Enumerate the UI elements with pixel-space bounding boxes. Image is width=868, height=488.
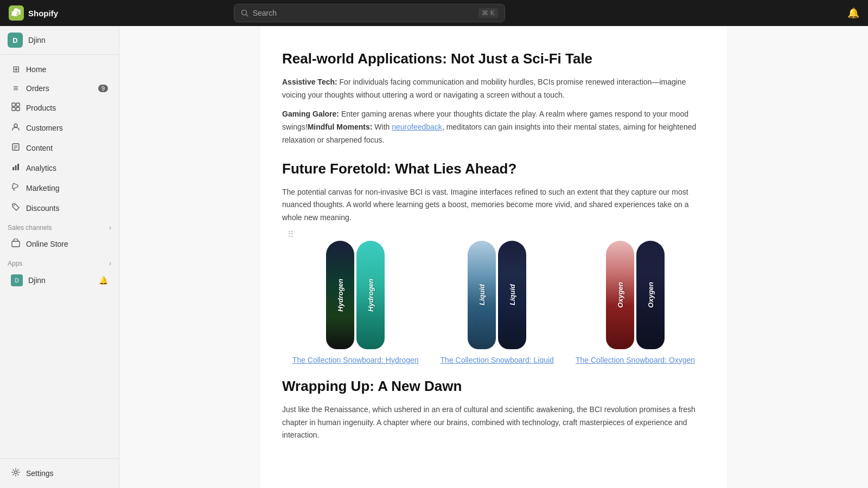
- oxygen-product-link[interactable]: The Collection Snowboard: Oxygen: [576, 356, 695, 364]
- hydrogen-label-left: Hydrogen: [336, 279, 344, 312]
- svg-rect-13: [15, 165, 17, 170]
- settings-icon: [11, 468, 21, 479]
- gaming-galore-label: Gaming Galore:: [282, 110, 339, 118]
- section2-heading: Future Foretold: What Lies Ahead?: [282, 160, 705, 178]
- sidebar-item-settings[interactable]: Settings: [3, 464, 116, 483]
- sidebar-item-label: Content: [26, 144, 53, 152]
- customers-icon: [11, 123, 21, 133]
- search-shortcut: ⌘ K: [478, 8, 497, 18]
- sidebar-item-orders[interactable]: ≡ Orders 9: [3, 79, 116, 98]
- content-area: ⠿ Real-world Applications: Not Just a Sc…: [119, 26, 868, 488]
- svg-rect-6: [16, 107, 20, 111]
- article-content: ⠿ Real-world Applications: Not Just a Sc…: [260, 26, 727, 488]
- liquid-product-link[interactable]: The Collection Snowboard: Liquid: [441, 356, 554, 364]
- hydrogen-board-right: Hydrogen: [356, 241, 385, 349]
- sidebar-item-djinn[interactable]: D Djinn 🔔: [3, 270, 116, 291]
- hydrogen-label-right: Hydrogen: [367, 279, 375, 312]
- oxygen-label-left: Oxygen: [616, 282, 624, 308]
- topbar: Shopify Search ⌘ K 🔔: [0, 0, 868, 26]
- discounts-icon: [11, 203, 21, 214]
- home-icon: ⊞: [11, 64, 21, 74]
- djinn-app-avatar: D: [11, 274, 23, 286]
- search-icon: [241, 9, 248, 17]
- expand-icon[interactable]: ›: [109, 224, 111, 232]
- section3-heading: Wrapping Up: A New Dawn: [282, 377, 705, 396]
- drag-handle[interactable]: ⠿: [288, 229, 294, 239]
- hydrogen-board-left: Hydrogen: [326, 241, 354, 349]
- sidebar-item-home[interactable]: ⊞ Home: [3, 60, 116, 79]
- sidebar-item-products[interactable]: Products: [3, 98, 116, 118]
- svg-rect-3: [12, 103, 15, 106]
- section2-p1: The potential canvas for non-invasive BC…: [282, 186, 705, 224]
- store-name: Djinn: [28, 36, 46, 44]
- article-wrapper: ⠿ Real-world Applications: Not Just a Sc…: [282, 26, 705, 442]
- liquid-label-right: Liquid: [508, 284, 516, 305]
- sidebar-item-label: Home: [26, 65, 46, 74]
- sidebar-item-label: Online Store: [26, 240, 68, 248]
- oxygen-label-right: Oxygen: [647, 282, 655, 308]
- sidebar-item-label: Orders: [26, 84, 49, 93]
- svg-point-15: [14, 205, 15, 206]
- svg-rect-12: [12, 167, 14, 170]
- sidebar-item-label: Customers: [26, 124, 63, 132]
- mindful-moments-label: Mindful Moments:: [308, 123, 373, 131]
- sidebar-item-label: Discounts: [26, 204, 59, 213]
- svg-rect-16: [12, 241, 20, 247]
- oxygen-board-left: Oxygen: [606, 241, 634, 349]
- sidebar-item-analytics[interactable]: Analytics: [3, 158, 116, 178]
- sidebar-item-marketing[interactable]: Marketing: [3, 178, 116, 198]
- oxygen-boards: Oxygen Oxygen: [606, 241, 665, 349]
- app-notification-icon[interactable]: 🔔: [99, 276, 108, 285]
- sidebar-item-label: Marketing: [26, 184, 59, 192]
- liquid-label-left: Liquid: [478, 284, 486, 305]
- liquid-board-left: Liquid: [468, 241, 496, 349]
- shopify-logo-text: Shopify: [28, 9, 58, 18]
- marketing-icon: [11, 183, 21, 194]
- neurofeedback-link[interactable]: neurofeedback: [392, 123, 442, 131]
- search-placeholder: Search: [253, 9, 277, 17]
- search-bar[interactable]: Search ⌘ K: [234, 4, 505, 22]
- products-icon: [11, 102, 21, 113]
- section1-p1-body: For individuals facing communication and…: [282, 78, 686, 99]
- sidebar-item-label: Products: [26, 104, 56, 112]
- svg-rect-14: [17, 164, 19, 170]
- orders-icon: ≡: [11, 84, 21, 93]
- sidebar-nav: ⊞ Home ≡ Orders 9 Products Customers: [0, 55, 119, 458]
- svg-point-7: [14, 124, 17, 127]
- article-section-1: Real-world Applications: Not Just a Sci-…: [282, 26, 705, 442]
- sidebar-item-label: Djinn: [28, 276, 46, 285]
- liquid-board-right: Liquid: [498, 241, 526, 349]
- sales-channels-section: Sales channels ›: [0, 219, 119, 234]
- sidebar-item-label: Analytics: [26, 164, 56, 172]
- sidebar-item-discounts[interactable]: Discounts: [3, 198, 116, 218]
- sidebar-item-online-store[interactable]: Online Store: [3, 234, 116, 254]
- section1-heading: Real-world Applications: Not Just a Sci-…: [282, 50, 705, 68]
- notification-bell[interactable]: 🔔: [847, 7, 859, 19]
- sidebar: D Djinn ⊞ Home ≡ Orders 9 Products: [0, 26, 119, 488]
- section1-p1: Assistive Tech: For individuals facing c…: [282, 76, 705, 102]
- analytics-icon: [11, 163, 21, 174]
- product-item-liquid: Liquid Liquid The Collection Snowboard: …: [441, 241, 554, 364]
- liquid-boards: Liquid Liquid: [468, 241, 526, 349]
- product-grid: Hydrogen Hydrogen The Collection Snowboa…: [282, 241, 705, 364]
- hydrogen-boards: Hydrogen Hydrogen: [326, 241, 385, 349]
- section3-p1: Just like the Renaissance, which ushered…: [282, 403, 705, 442]
- hydrogen-product-link[interactable]: The Collection Snowboard: Hydrogen: [292, 356, 419, 364]
- sidebar-item-content[interactable]: Content: [3, 138, 116, 158]
- svg-rect-5: [12, 107, 15, 111]
- svg-rect-4: [16, 103, 20, 106]
- section1-p2-mindful-intro: With: [372, 123, 392, 131]
- settings-label: Settings: [26, 469, 54, 478]
- main-layout: D Djinn ⊞ Home ≡ Orders 9 Products: [0, 26, 868, 488]
- store-selector[interactable]: D Djinn: [0, 26, 119, 55]
- svg-line-2: [246, 15, 248, 17]
- apps-section: Apps ›: [0, 254, 119, 269]
- oxygen-board-right: Oxygen: [636, 241, 665, 349]
- content-icon: [11, 143, 21, 153]
- product-item-hydrogen: Hydrogen Hydrogen The Collection Snowboa…: [292, 241, 419, 364]
- sidebar-footer: Settings: [0, 458, 119, 488]
- shopify-logo[interactable]: Shopify: [9, 5, 58, 21]
- online-store-icon: [11, 239, 21, 249]
- apps-expand-icon[interactable]: ›: [109, 260, 111, 267]
- sidebar-item-customers[interactable]: Customers: [3, 118, 116, 138]
